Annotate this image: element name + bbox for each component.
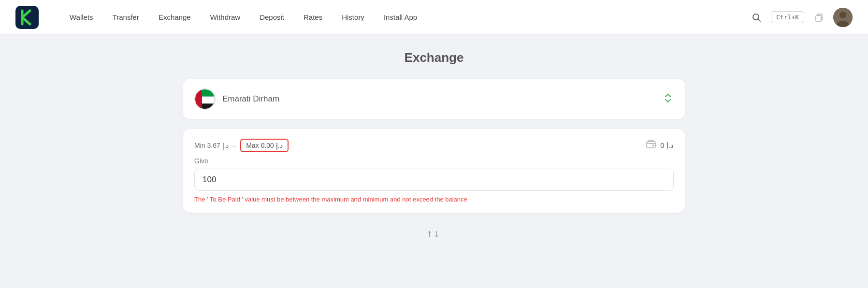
svg-point-5	[839, 12, 846, 18]
svg-rect-3	[816, 15, 821, 21]
amount-input[interactable]	[194, 169, 674, 191]
main-content: Exchange Emarati Dir	[0, 35, 868, 255]
copy-icon[interactable]	[810, 9, 827, 26]
svg-rect-0	[15, 6, 39, 29]
min-text: Min	[194, 142, 205, 149]
svg-rect-11	[195, 89, 202, 110]
user-avatar[interactable]	[833, 8, 853, 27]
limits-left: Min د.إ 3.67 – Max د.إ 0.00	[194, 139, 289, 152]
give-label: Give	[194, 157, 674, 165]
balance-value: د.إ 0	[660, 141, 674, 150]
max-badge[interactable]: Max د.إ 0.00	[240, 139, 288, 152]
svg-rect-13	[647, 142, 655, 148]
swap-icon[interactable]: ↑↓	[427, 227, 441, 240]
wallet-icon	[646, 139, 656, 152]
keyboard-shortcut-badge[interactable]: Ctrl+K	[771, 11, 804, 23]
limits-row: Min د.إ 3.67 – Max د.إ 0.00 د.إ 0	[194, 139, 674, 152]
nav-withdraw[interactable]: Withdraw	[203, 9, 248, 25]
svg-rect-14	[652, 144, 654, 146]
currency-flag	[194, 88, 216, 110]
currency-row: Emarati Dirham	[194, 88, 674, 110]
navbar: Wallets Transfer Exchange Withdraw Depos…	[0, 0, 868, 35]
currency-selector-chevron[interactable]	[662, 92, 674, 106]
logo[interactable]	[15, 6, 39, 29]
swap-section: ↑↓	[427, 227, 441, 240]
min-label: Min د.إ 3.67	[194, 141, 229, 150]
currency-selector-card: Emarati Dirham	[183, 79, 685, 119]
nav-links: Wallets Transfer Exchange Withdraw Depos…	[62, 9, 748, 25]
nav-deposit[interactable]: Deposit	[252, 9, 292, 25]
limits-dash: –	[232, 142, 236, 149]
max-text: Max	[246, 142, 259, 149]
nav-install-app[interactable]: Install App	[376, 9, 425, 25]
currency-left: Emarati Dirham	[194, 88, 279, 110]
nav-right: Ctrl+K	[748, 8, 853, 27]
min-value: د.إ 3.67	[207, 142, 229, 149]
currency-name: Emarati Dirham	[222, 94, 279, 104]
nav-wallets[interactable]: Wallets	[62, 9, 101, 25]
balance-display: د.إ 0	[646, 139, 674, 152]
nav-rates[interactable]: Rates	[296, 9, 330, 25]
nav-transfer[interactable]: Transfer	[105, 9, 147, 25]
page-title: Exchange	[405, 50, 464, 65]
nav-history[interactable]: History	[334, 9, 372, 25]
error-message: The ' To Be Paid ' value must be between…	[194, 196, 674, 203]
nav-exchange[interactable]: Exchange	[151, 9, 199, 25]
exchange-form-card: Min د.إ 3.67 – Max د.إ 0.00 د.إ 0	[183, 129, 685, 213]
search-button[interactable]	[748, 9, 765, 26]
svg-line-2	[758, 19, 761, 21]
max-value: د.إ 0.00	[261, 142, 283, 149]
